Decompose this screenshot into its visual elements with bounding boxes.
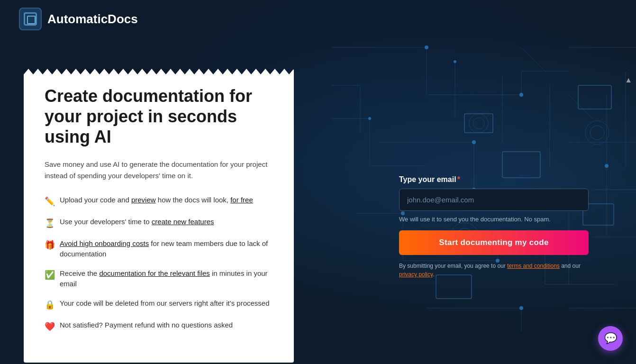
feature-item-3: 🎁 Avoid high onboarding costs for new te… [45,238,273,260]
form-panel: Type your email* We will use it to send … [399,175,589,279]
chat-icon: 💬 [604,332,617,345]
chat-bubble[interactable]: 💬 [598,326,623,351]
feature-text-6: Not satisfied? Payment refund with no qu… [60,320,233,331]
feature-emoji-6: ❤️ [45,320,55,333]
email-input[interactable] [399,189,589,211]
feature-emoji-3: 🎁 [45,239,55,252]
feature-item-1: ✏️ Upload your code and preview how the … [45,195,273,208]
for-free-link[interactable]: for free [230,196,253,204]
cta-button[interactable]: Start documenting my code [399,230,589,255]
logo-container: AutomaticDocs [19,8,138,30]
feature-text-2: Use your developers' time to create new … [60,217,214,228]
terms-text: By submitting your email, you agree to o… [399,262,589,279]
feature-emoji-4: ✅ [45,269,55,282]
no-spam-text: We will use it to send you the documenta… [399,216,589,223]
email-label: Type your email* [399,175,589,184]
navbar: AutomaticDocs [0,0,636,38]
feature-item-2: ⏳ Use your developers' time to create ne… [45,217,273,230]
feature-emoji-1: ✏️ [45,195,55,208]
docs-files-link[interactable]: documentation for the relevant files [99,269,209,277]
feature-item-5: 🔒 Your code will be deleted from our ser… [45,298,273,311]
feature-text-3: Avoid high onboarding costs for new team… [60,238,273,260]
logo-shape [24,12,37,26]
feature-item-6: ❤️ Not satisfied? Payment refund with no… [45,320,273,333]
feature-text-1: Upload your code and preview how the doc… [60,195,253,206]
scroll-indicator: ▲ [625,76,632,84]
create-features-link[interactable]: create new features [152,218,214,226]
preview-link[interactable]: preview [131,196,156,204]
logo-icon [19,8,42,30]
hero-subtitle: Save money and use AI to generate the do… [45,159,273,182]
onboarding-link[interactable]: Avoid high onboarding costs [60,239,149,247]
brand-name: AutomaticDocs [47,12,138,27]
terms-link[interactable]: terms and conditions [507,263,560,269]
feature-text-4: Receive the documentation for the releva… [60,268,273,290]
feature-emoji-5: 🔒 [45,299,55,311]
feature-emoji-2: ⏳ [45,217,55,230]
hero-title: Create documentation for your project in… [45,86,273,147]
main-card: Create documentation for your project in… [24,69,294,363]
feature-item-4: ✅ Receive the documentation for the rele… [45,268,273,290]
privacy-link[interactable]: privacy policy [399,271,433,278]
feature-text-5: Your code will be deleted from our serve… [60,298,270,309]
